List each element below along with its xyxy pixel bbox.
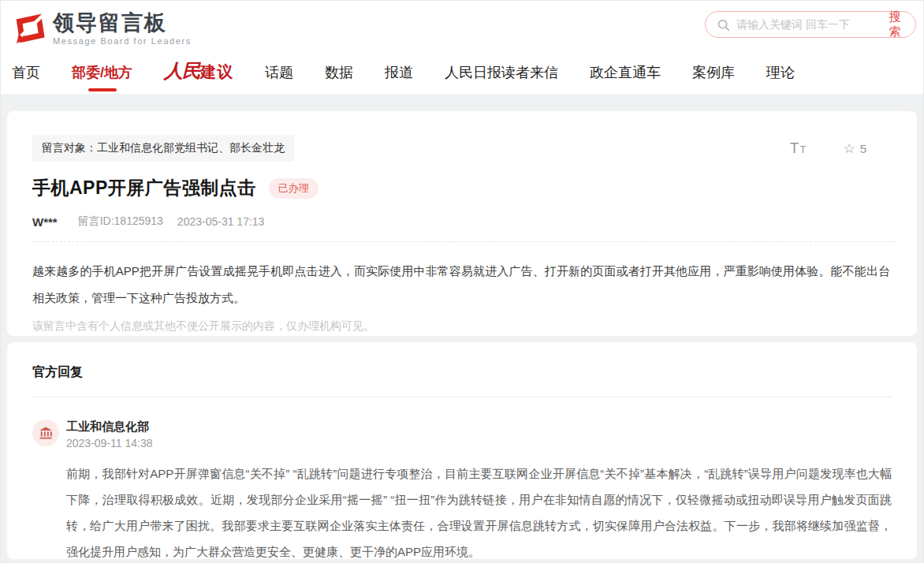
nav-item-reports[interactable]: 报道 — [385, 62, 413, 83]
nav-item-case-library[interactable]: 案例库 — [692, 62, 735, 83]
search-button[interactable]: 搜索 — [879, 9, 904, 39]
nav-item-theory[interactable]: 理论 — [766, 62, 795, 83]
logo-icon — [12, 10, 45, 47]
government-building-icon — [38, 425, 54, 441]
reply-org-name: 工业和信息化部 — [66, 419, 153, 433]
font-size-small-glyph: T — [799, 144, 807, 155]
nav-item-gov-enterprise[interactable]: 政企直通车 — [590, 62, 661, 83]
main-nav: 首页 部委/地方 人民建议 话题 数据 报道 人民日报读者来信 政企直通车 案例… — [12, 61, 795, 83]
reply-timestamp: 2023-09-11 14:38 — [66, 437, 153, 449]
site-logo[interactable]: 领导留言板 Message Board for Leaders — [12, 10, 192, 47]
nav-item-buwei-difang[interactable]: 部委/地方 — [72, 62, 132, 83]
official-reply-card: 官方回复 工业和信息化部 2023-09-11 14:38 前期，我部针对APP… — [7, 342, 917, 559]
org-avatar — [32, 419, 59, 446]
message-id: 留言ID:18125913 — [78, 214, 163, 229]
reply-body: 前期，我部针对APP开屏弹窗信息“关不掉” “乱跳转”问题进行专项整治，目前主要… — [66, 460, 892, 559]
nav-item-reader-letters[interactable]: 人民日报读者来信 — [445, 62, 558, 83]
logo-subtitle: Message Board for Leaders — [53, 36, 192, 46]
font-size-large-glyph: T — [790, 140, 800, 156]
nav-item-home[interactable]: 首页 — [12, 62, 40, 83]
message-target-tag: 留言对象：工业和信息化部党组书记、部长金壮龙 — [32, 135, 294, 162]
reply-divider — [32, 397, 892, 397]
nav-item-topics[interactable]: 话题 — [265, 62, 293, 83]
reply-section-title: 官方回复 — [32, 364, 892, 381]
message-card: 留言对象：工业和信息化部党组书记、部长金壮龙 TT ☆ 5 手机APP开屏广告强… — [7, 111, 917, 336]
favorite-control[interactable]: ☆ 5 — [843, 140, 866, 157]
brand-script-text: 人民 — [164, 59, 200, 82]
font-size-toggle[interactable]: TT — [790, 140, 807, 157]
page-body: 留言对象：工业和信息化部党组书记、部长金壮龙 TT ☆ 5 手机APP开屏广告强… — [1, 94, 923, 563]
star-icon: ☆ — [843, 140, 855, 157]
message-author: W*** — [32, 215, 58, 229]
logo-title: 领导留言板 — [53, 11, 192, 35]
site-header: 领导留言板 Message Board for Leaders 搜索 首页 部委… — [1, 1, 923, 94]
message-timestamp: 2023-05-31 17:13 — [177, 215, 265, 228]
search-icon — [717, 18, 730, 32]
brand-block-text: 建议 — [200, 63, 233, 80]
message-body: 越来越多的手机APP把开屏广告设置成摇晃手机即点击进入，而实际使用中非常容易就进… — [32, 258, 895, 311]
status-badge: 已办理 — [269, 178, 319, 199]
search-box[interactable]: 搜索 — [705, 11, 916, 38]
nav-item-data[interactable]: 数据 — [325, 62, 353, 83]
privacy-notice: 该留言中含有个人信息或其他不便公开展示的内容，仅办理机构可见。 — [32, 319, 895, 334]
message-title: 手机APP开屏广告强制点击 — [32, 176, 256, 200]
search-input[interactable] — [736, 18, 879, 31]
nav-item-renmin-jianyi[interactable]: 人民建议 — [164, 61, 233, 83]
favorite-count: 5 — [860, 142, 866, 155]
